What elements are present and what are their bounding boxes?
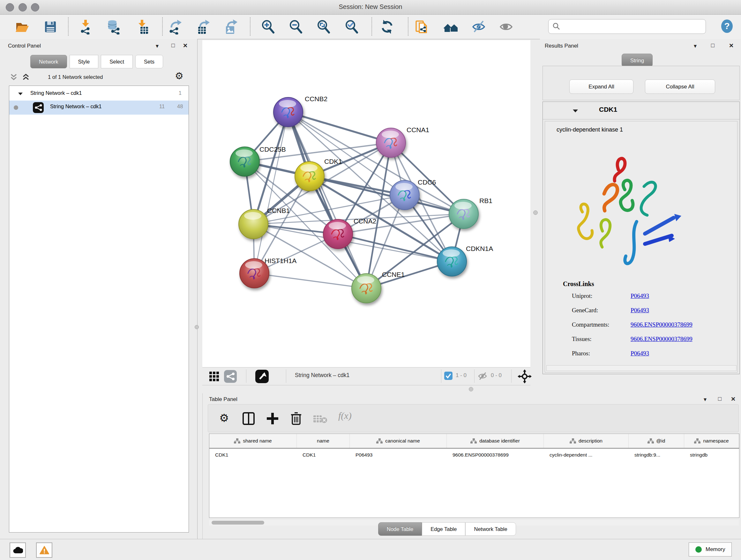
tab-sets[interactable]: Sets — [135, 55, 163, 68]
table-cell[interactable]: CDK1 — [209, 449, 297, 461]
crosslink-value-link[interactable]: P06493 — [630, 293, 649, 300]
close-panel-icon[interactable]: ✕ — [183, 42, 188, 49]
edge-CCNB2-HIST1H1A[interactable] — [254, 112, 288, 273]
float-panel-icon[interactable]: □ — [711, 42, 715, 49]
delete-column-icon[interactable] — [290, 412, 302, 426]
table-cell[interactable]: stringdb:9... — [629, 449, 684, 461]
table-row[interactable]: CDK1CDK1P064939606.ENSP00000378699cyclin… — [209, 449, 739, 461]
pan-crosshair-icon[interactable] — [518, 369, 532, 385]
column-header-name[interactable]: name — [297, 434, 350, 448]
column-header-canonical-name[interactable]: canonical name — [350, 434, 447, 448]
export-table-icon[interactable] — [196, 19, 211, 35]
export-image-icon[interactable] — [223, 19, 239, 35]
edge-CCNB2-CCNA1[interactable] — [288, 112, 391, 143]
first-neighbors-icon[interactable] — [443, 19, 459, 35]
network-row-selected[interactable]: String Network – cdk1 11 48 — [9, 101, 189, 115]
control-panel-tabs: NetworkStyleSelectSets — [30, 55, 163, 68]
network-options-gear-icon[interactable]: ⚙ — [175, 70, 184, 81]
network-graph[interactable]: CCNB2CCNA1CDC25BCDK1CDC6RB1CCNB1CCNA2CDK… — [202, 40, 530, 367]
results-scrollbar[interactable] — [546, 365, 737, 371]
expander-icon[interactable] — [572, 109, 579, 115]
column-header-namespace[interactable]: namespace — [684, 434, 739, 448]
table-cell[interactable]: P06493 — [350, 449, 447, 461]
collapse-all-button[interactable]: Collapse All — [645, 79, 715, 94]
expand-all-tree-icon[interactable] — [22, 73, 30, 83]
node-CDK1[interactable]: CDK1 — [295, 158, 342, 191]
zoom-in-icon[interactable] — [260, 19, 276, 35]
crosslink-value-link[interactable]: 9606.ENSP00000378699 — [630, 335, 692, 343]
tab-network[interactable]: Network — [30, 55, 67, 68]
crosslink-value-link[interactable]: 9606.ENSP00000378699 — [630, 321, 692, 328]
node-HIST1H1A[interactable]: HIST1H1A — [240, 257, 296, 288]
new-network-from-selection-icon[interactable] — [414, 19, 429, 35]
fit-content-icon[interactable] — [316, 19, 331, 35]
save-session-icon[interactable] — [43, 19, 58, 35]
column-header-description[interactable]: description — [544, 434, 629, 448]
node-label: HIST1H1A — [265, 257, 296, 264]
network-view-mode-icon[interactable] — [224, 370, 237, 384]
open-session-icon[interactable] — [14, 19, 29, 35]
column-header-id[interactable]: @id — [629, 434, 684, 448]
node-RB1[interactable]: RB1 — [449, 197, 492, 229]
import-table-file-icon[interactable] — [135, 19, 150, 35]
network-collection-row[interactable]: String Network – cdk1 1 — [9, 87, 189, 101]
close-panel-icon[interactable]: ✕ — [731, 395, 736, 402]
selected-checkbox-icon[interactable] — [444, 372, 453, 381]
expand-all-button[interactable]: Expand All — [569, 79, 633, 94]
memory-button[interactable]: Memory — [689, 543, 732, 557]
search-input[interactable] — [562, 21, 703, 32]
edge-HIST1H1A-CCNE1[interactable] — [254, 273, 366, 288]
warnings-button[interactable] — [36, 543, 52, 558]
import-network-file-icon[interactable] — [78, 19, 93, 35]
table-cell[interactable]: 9606.ENSP00000378699 — [447, 449, 544, 461]
tab-edge-table[interactable]: Edge Table — [422, 522, 465, 536]
hscrollbar-thumb[interactable] — [212, 521, 264, 524]
close-panel-icon[interactable]: ✕ — [729, 42, 734, 49]
tab-network-table[interactable]: Network Table — [465, 522, 516, 536]
collapse-all-tree-icon[interactable] — [10, 73, 18, 83]
results-splitter-handle[interactable] — [533, 210, 538, 215]
node-CDKN1A[interactable]: CDKN1A — [437, 245, 493, 276]
collapse-panel-icon[interactable]: ▾ — [694, 43, 697, 50]
node-CCNA2[interactable]: CCNA2 — [323, 217, 376, 249]
collapse-panel-icon[interactable]: ▾ — [704, 396, 706, 403]
tab-node-table[interactable]: Node Table — [378, 522, 422, 536]
tab-style[interactable]: Style — [70, 55, 98, 68]
tab-string[interactable]: String — [622, 54, 653, 67]
function-builder-icon[interactable]: f(x) — [338, 410, 352, 421]
panel-splitter-handle[interactable] — [195, 325, 199, 329]
delete-table-icon[interactable] — [313, 414, 327, 425]
zoom-out-icon[interactable] — [288, 19, 304, 35]
node-CCNE1[interactable]: CCNE1 — [352, 271, 405, 303]
zoom-selected-icon[interactable] — [344, 19, 359, 35]
table-cell[interactable]: cyclin-dependent ... — [544, 449, 629, 461]
table-splitter-handle[interactable] — [469, 387, 473, 391]
help-icon[interactable]: ? — [719, 18, 735, 35]
crosslink-value-link[interactable]: P06493 — [630, 350, 649, 357]
import-network-database-icon[interactable] — [106, 19, 121, 35]
export-network-icon[interactable] — [167, 19, 183, 35]
float-panel-icon[interactable]: □ — [718, 395, 722, 402]
show-columns-icon[interactable] — [243, 412, 255, 426]
node-CCNA1[interactable]: CCNA1 — [376, 126, 429, 158]
gene-header[interactable]: CDK1 — [543, 102, 739, 119]
edge-CCNB2-CCNE1[interactable] — [288, 112, 366, 288]
tab-select[interactable]: Select — [101, 55, 133, 68]
crosslink-value-link[interactable]: P06493 — [630, 307, 649, 314]
column-header-database-identifier[interactable]: database identifier — [447, 434, 544, 448]
add-column-icon[interactable] — [266, 412, 279, 426]
table-cell[interactable]: stringdb — [684, 449, 739, 461]
grid-view-icon[interactable] — [209, 371, 219, 383]
float-panel-icon[interactable]: □ — [172, 42, 175, 49]
column-header-shared-name[interactable]: shared name — [209, 434, 297, 448]
birdseye-view-icon[interactable] — [255, 370, 269, 384]
table-settings-gear-icon[interactable]: ⚙ — [219, 412, 229, 424]
collapse-panel-icon[interactable]: ▾ — [156, 43, 158, 50]
hide-selection-icon[interactable] — [471, 19, 486, 35]
refresh-layout-icon[interactable] — [380, 19, 395, 35]
table-cell[interactable]: CDK1 — [297, 449, 350, 461]
cloud-button[interactable] — [10, 543, 26, 558]
search-icon — [552, 22, 561, 30]
show-graphics-details-icon[interactable] — [498, 19, 514, 35]
expander-icon[interactable] — [17, 91, 23, 98]
